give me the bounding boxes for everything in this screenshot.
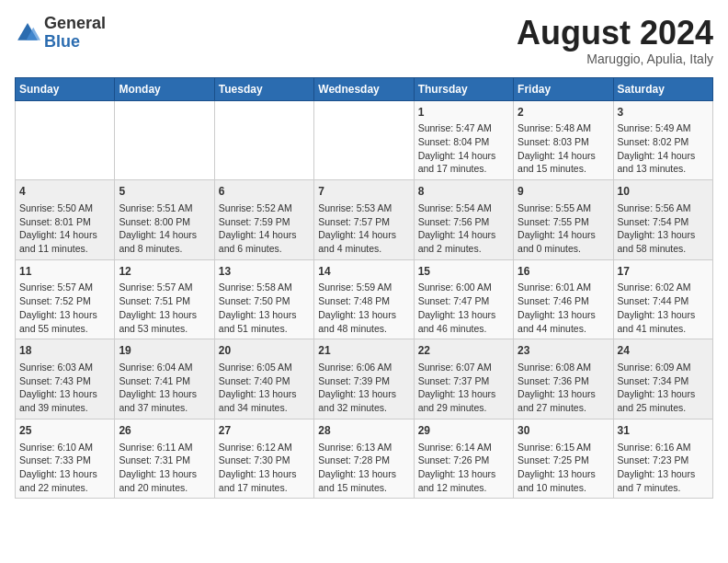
- calendar-cell: 26Sunrise: 6:11 AMSunset: 7:31 PMDayligh…: [115, 419, 214, 499]
- day-number: 31: [618, 423, 709, 439]
- day-number: 25: [19, 423, 110, 439]
- day-info: Daylight: 13 hours: [618, 308, 709, 322]
- day-info: and 29 minutes.: [418, 401, 509, 415]
- calendar-week-1: 4Sunrise: 5:50 AMSunset: 8:01 PMDaylight…: [16, 180, 713, 260]
- day-info: and 58 minutes.: [618, 242, 709, 256]
- day-info: and 15 minutes.: [518, 162, 609, 176]
- day-info: and 51 minutes.: [219, 322, 310, 336]
- day-info: Sunset: 7:59 PM: [219, 215, 310, 229]
- calendar-cell: [314, 100, 414, 180]
- day-info: Daylight: 13 hours: [19, 308, 110, 322]
- day-info: Sunrise: 5:56 AM: [618, 201, 709, 215]
- day-info: Daylight: 14 hours: [418, 228, 509, 242]
- calendar-week-3: 18Sunrise: 6:03 AMSunset: 7:43 PMDayligh…: [16, 339, 713, 419]
- day-number: 5: [119, 184, 210, 200]
- header-friday: Friday: [514, 77, 613, 100]
- day-info: Daylight: 13 hours: [318, 387, 409, 401]
- day-number: 12: [119, 264, 210, 280]
- day-info: Daylight: 14 hours: [318, 228, 409, 242]
- day-number: 7: [318, 184, 409, 200]
- header-thursday: Thursday: [414, 77, 513, 100]
- header-row: SundayMondayTuesdayWednesdayThursdayFrid…: [16, 77, 713, 100]
- day-number: 24: [618, 343, 709, 359]
- calendar-cell: [115, 100, 214, 180]
- day-info: Daylight: 14 hours: [19, 228, 110, 242]
- day-info: Daylight: 13 hours: [518, 467, 609, 481]
- header-sunday: Sunday: [16, 77, 115, 100]
- day-number: 10: [618, 184, 709, 200]
- day-info: and 46 minutes.: [418, 322, 509, 336]
- day-info: and 55 minutes.: [19, 322, 110, 336]
- header-saturday: Saturday: [613, 77, 712, 100]
- day-info: Sunset: 7:37 PM: [418, 374, 509, 388]
- calendar-table: SundayMondayTuesdayWednesdayThursdayFrid…: [15, 77, 713, 500]
- calendar-cell: 20Sunrise: 6:05 AMSunset: 7:40 PMDayligh…: [214, 339, 313, 419]
- day-info: Daylight: 13 hours: [418, 387, 509, 401]
- day-info: and 22 minutes.: [19, 481, 110, 495]
- day-info: and 41 minutes.: [618, 322, 709, 336]
- calendar-cell: 16Sunrise: 6:01 AMSunset: 7:46 PMDayligh…: [514, 259, 613, 339]
- day-number: 16: [518, 264, 609, 280]
- day-info: Sunrise: 5:49 AM: [618, 121, 709, 135]
- day-info: Daylight: 13 hours: [518, 387, 609, 401]
- day-info: and 15 minutes.: [318, 481, 409, 495]
- day-info: Sunrise: 6:16 AM: [618, 441, 709, 454]
- day-info: and 13 minutes.: [618, 162, 709, 176]
- day-info: Daylight: 13 hours: [119, 308, 210, 322]
- calendar-cell: 24Sunrise: 6:09 AMSunset: 7:34 PMDayligh…: [613, 339, 712, 419]
- day-info: Sunrise: 6:10 AM: [19, 441, 110, 454]
- day-info: Daylight: 14 hours: [518, 228, 609, 242]
- day-info: Sunset: 8:01 PM: [19, 215, 110, 229]
- day-number: 20: [219, 343, 310, 359]
- day-number: 3: [618, 105, 709, 121]
- calendar-cell: 7Sunrise: 5:53 AMSunset: 7:57 PMDaylight…: [314, 180, 414, 260]
- day-info: Sunset: 7:44 PM: [618, 294, 709, 308]
- day-info: Daylight: 13 hours: [119, 467, 210, 481]
- month-title: August 2024: [517, 15, 713, 52]
- day-info: Sunset: 7:41 PM: [119, 374, 210, 388]
- calendar-cell: 13Sunrise: 5:58 AMSunset: 7:50 PMDayligh…: [214, 259, 313, 339]
- day-info: Sunrise: 6:08 AM: [518, 361, 609, 374]
- day-info: Sunrise: 6:14 AM: [418, 441, 509, 454]
- day-number: 6: [219, 184, 310, 200]
- day-info: Daylight: 14 hours: [418, 149, 509, 163]
- day-info: and 53 minutes.: [119, 322, 210, 336]
- day-info: Sunrise: 5:55 AM: [518, 201, 609, 215]
- day-info: and 48 minutes.: [318, 322, 409, 336]
- day-info: Sunrise: 6:09 AM: [618, 361, 709, 374]
- day-info: Sunset: 8:02 PM: [618, 135, 709, 149]
- day-info: Sunrise: 6:04 AM: [119, 361, 210, 374]
- header-monday: Monday: [115, 77, 214, 100]
- day-info: Sunrise: 6:01 AM: [518, 281, 609, 294]
- calendar-cell: 3Sunrise: 5:49 AMSunset: 8:02 PMDaylight…: [613, 100, 712, 180]
- day-info: Sunset: 7:54 PM: [618, 215, 709, 229]
- day-number: 15: [418, 264, 509, 280]
- calendar-week-4: 25Sunrise: 6:10 AMSunset: 7:33 PMDayligh…: [16, 419, 713, 499]
- day-info: Daylight: 13 hours: [318, 308, 409, 322]
- logo: General Blue: [15, 15, 106, 52]
- day-info: Daylight: 13 hours: [518, 308, 609, 322]
- day-info: and 25 minutes.: [618, 401, 709, 415]
- day-info: Sunset: 7:55 PM: [518, 215, 609, 229]
- day-info: Sunrise: 5:59 AM: [318, 281, 409, 294]
- calendar-cell: 6Sunrise: 5:52 AMSunset: 7:59 PMDaylight…: [214, 180, 313, 260]
- title-block: August 2024 Maruggio, Apulia, Italy: [517, 15, 713, 66]
- day-info: Sunset: 7:56 PM: [418, 215, 509, 229]
- day-info: Sunset: 7:47 PM: [418, 294, 509, 308]
- day-info: Sunset: 7:52 PM: [19, 294, 110, 308]
- day-info: Sunrise: 6:15 AM: [518, 441, 609, 454]
- day-info: and 44 minutes.: [518, 322, 609, 336]
- day-number: 2: [518, 105, 609, 121]
- day-info: Sunrise: 5:52 AM: [219, 201, 310, 215]
- day-info: Sunrise: 5:58 AM: [219, 281, 310, 294]
- day-info: Sunrise: 5:57 AM: [19, 281, 110, 294]
- day-info: Daylight: 13 hours: [219, 387, 310, 401]
- calendar-body: 1Sunrise: 5:47 AMSunset: 8:04 PMDaylight…: [16, 100, 713, 499]
- calendar-cell: 15Sunrise: 6:00 AMSunset: 7:47 PMDayligh…: [414, 259, 513, 339]
- day-info: Sunset: 8:03 PM: [518, 135, 609, 149]
- day-info: and 0 minutes.: [518, 242, 609, 256]
- day-info: and 12 minutes.: [418, 481, 509, 495]
- day-info: and 39 minutes.: [19, 401, 110, 415]
- calendar-cell: 27Sunrise: 6:12 AMSunset: 7:30 PMDayligh…: [214, 419, 313, 499]
- day-number: 28: [318, 423, 409, 439]
